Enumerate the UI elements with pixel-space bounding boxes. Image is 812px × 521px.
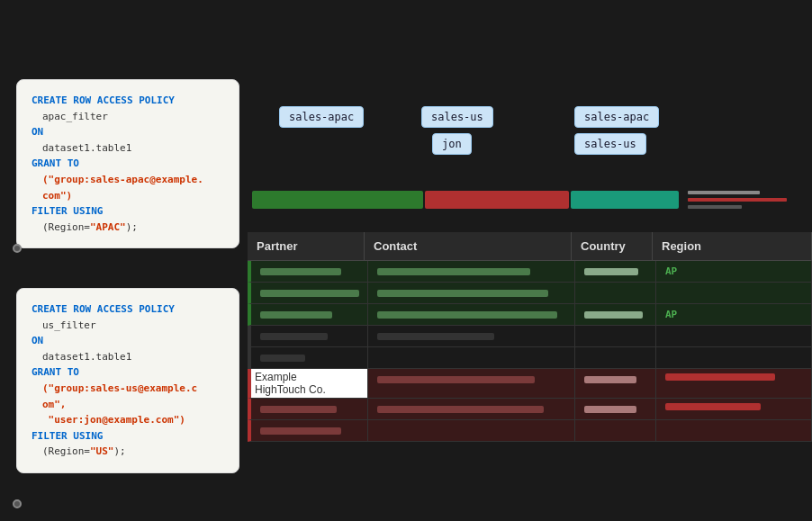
table-header: Partner Contact Country Region bbox=[248, 232, 812, 261]
cell-contact bbox=[368, 420, 575, 441]
code-line: ON bbox=[32, 333, 224, 349]
code-line: GRANT TO bbox=[32, 156, 224, 172]
cell-contact bbox=[368, 304, 575, 325]
cell-partner bbox=[251, 420, 368, 441]
table-row: ExampleHighTouch Co. bbox=[248, 369, 812, 399]
col-header-region: Region bbox=[653, 232, 812, 260]
table-row bbox=[248, 283, 812, 304]
cell-contact bbox=[368, 261, 575, 282]
table-row: AP bbox=[248, 261, 812, 283]
code-line: (Region="APAC"); bbox=[32, 220, 224, 236]
code-line: ON bbox=[32, 124, 224, 140]
cell-region: AP bbox=[656, 261, 812, 282]
connector-dot-top bbox=[13, 244, 22, 253]
connector-dot-bottom bbox=[13, 499, 22, 508]
code-line: CREATE ROW ACCESS POLICY bbox=[32, 93, 224, 109]
tag-sales-apac-2: sales-apac bbox=[574, 106, 659, 128]
code-line: ("group:sales-apac@example.com") bbox=[32, 172, 224, 203]
code-line: CREATE ROW ACCESS POLICY bbox=[32, 301, 224, 318]
tag-sales-us-2: sales-us bbox=[574, 133, 646, 155]
table-row: AP bbox=[248, 304, 812, 326]
bar-green-left bbox=[252, 191, 423, 209]
cell-country bbox=[575, 399, 656, 419]
table-row bbox=[248, 326, 812, 347]
cell-region bbox=[656, 369, 812, 398]
col-header-contact: Contact bbox=[365, 232, 572, 260]
cell-partner bbox=[251, 261, 368, 282]
cell-contact bbox=[368, 369, 575, 398]
tag-jon: jon bbox=[432, 133, 472, 155]
bar-teal-right bbox=[571, 191, 679, 209]
cell-country bbox=[575, 283, 656, 303]
data-table: Partner Contact Country Region AP AP bbox=[248, 232, 812, 442]
cell-partner bbox=[251, 304, 368, 325]
cell-partner bbox=[251, 399, 368, 419]
cell-region: AP bbox=[656, 304, 812, 325]
code-line: dataset1.table1 bbox=[32, 140, 224, 157]
cell-country bbox=[575, 261, 656, 282]
cell-region bbox=[656, 399, 812, 419]
tag-sales-apac-1: sales-apac bbox=[279, 106, 364, 128]
cell-contact bbox=[368, 326, 575, 346]
code-line: (Region="US"); bbox=[32, 444, 224, 460]
color-bars-section bbox=[252, 176, 812, 223]
code-line: GRANT TO bbox=[32, 364, 224, 381]
cell-region bbox=[656, 420, 812, 441]
table-row bbox=[248, 399, 812, 420]
cell-partner bbox=[251, 326, 368, 346]
code-line: apac_filter bbox=[32, 109, 224, 125]
small-lines-area bbox=[681, 191, 812, 209]
table-row bbox=[248, 420, 812, 442]
code-panel-bottom: CREATE ROW ACCESS POLICY us_filter ON da… bbox=[16, 288, 239, 473]
cell-partner-example: ExampleHighTouch Co. bbox=[251, 369, 368, 398]
cell-region bbox=[656, 326, 812, 346]
cell-region bbox=[656, 283, 812, 303]
cell-country bbox=[575, 420, 656, 441]
code-line: us_filter bbox=[32, 318, 224, 334]
cell-contact bbox=[368, 347, 575, 368]
tag-sales-us: sales-us bbox=[421, 106, 493, 128]
code-panel-top: CREATE ROW ACCESS POLICY apac_filter ON … bbox=[16, 79, 239, 248]
code-line: "user:jon@example.com") bbox=[32, 412, 224, 428]
col-header-country: Country bbox=[572, 232, 653, 260]
cell-country bbox=[575, 369, 656, 398]
cell-partner bbox=[251, 283, 368, 303]
cell-partner bbox=[251, 347, 368, 368]
cell-country bbox=[575, 347, 656, 368]
cell-country bbox=[575, 326, 656, 346]
col-header-partner: Partner bbox=[248, 232, 365, 260]
code-line: FILTER USING bbox=[32, 428, 224, 445]
cell-region bbox=[656, 347, 812, 368]
code-line: ("group:sales-us@example.com", bbox=[32, 381, 224, 412]
table-row bbox=[248, 347, 812, 369]
bar-red-center bbox=[425, 191, 569, 209]
cell-contact bbox=[368, 399, 575, 419]
cell-contact bbox=[368, 283, 575, 303]
code-line: FILTER USING bbox=[32, 203, 224, 220]
cell-country bbox=[575, 304, 656, 325]
code-line: dataset1.table1 bbox=[32, 349, 224, 365]
